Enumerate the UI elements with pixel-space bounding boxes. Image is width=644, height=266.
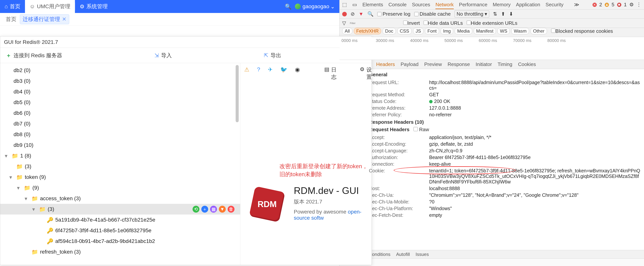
detail-tab[interactable]: Preview xyxy=(424,62,442,67)
devtools-tab[interactable]: Performance xyxy=(459,2,488,8)
error-badge[interactable]: ✕ xyxy=(592,3,597,7)
rdm-tree[interactable]: db2 (0)db3 (0)db4 (0)db5 (0)db6 (0)db7 (… xyxy=(0,63,240,265)
record-button[interactable] xyxy=(342,12,347,16)
inspect-icon[interactable]: ⬚ xyxy=(342,2,347,8)
tree-row[interactable]: ▾📁access_token (3) xyxy=(0,193,240,204)
type-pill[interactable]: Manifest xyxy=(474,28,496,34)
tree-row[interactable]: ▾📁token (9) xyxy=(0,172,240,182)
throttling-select[interactable]: No throttling ▾ xyxy=(454,10,489,18)
tree-row[interactable]: db2 (0) xyxy=(0,65,240,76)
tree-row[interactable]: db6 (0) xyxy=(0,108,240,118)
tree-row[interactable]: db4 (0) xyxy=(0,86,240,97)
settings-button[interactable]: ⚙设置 xyxy=(360,66,374,81)
search-icon[interactable]: 🔍 xyxy=(285,4,292,10)
tree-row[interactable]: ▾📁(3)⟲＋▦▼🗑 xyxy=(0,204,240,214)
nav-users[interactable]: ☺UMC用户管理 xyxy=(25,0,75,13)
issue-badge[interactable]: ■ xyxy=(617,3,621,7)
tree-row[interactable]: 🔑6f4725b7-3f9f-4d11-88e5-1e06f832795e xyxy=(0,225,240,236)
tree-row[interactable]: db3 (0) xyxy=(0,76,240,86)
type-pill[interactable]: Wasm xyxy=(511,28,529,34)
tab-chip[interactable]: 迁移通行证管理✕ xyxy=(20,14,69,24)
export-button[interactable]: ⇱导出 xyxy=(264,52,281,59)
delete-icon[interactable]: 🗑 xyxy=(228,206,234,212)
type-pill[interactable]: CSS xyxy=(397,28,412,34)
devtools-tab[interactable]: Sources xyxy=(412,2,430,8)
search-icon[interactable]: 🔍 xyxy=(367,11,374,17)
devtools-tab[interactable]: Console xyxy=(388,2,406,8)
hide-ext-check[interactable]: Hide extension URLs xyxy=(467,20,518,26)
tree-row[interactable]: db8 (0) xyxy=(0,129,240,140)
tree-row[interactable]: db5 (0) xyxy=(0,97,240,108)
type-pill[interactable]: Media xyxy=(455,28,472,34)
timeline[interactable]: 0000 ms30000 ms40000 ms50000 ms60000 ms7… xyxy=(340,37,644,60)
tree-row[interactable]: 🔑5a191db9-4b7e-41a5-b667-cf37cb21e25e xyxy=(0,214,240,225)
more-tabs[interactable]: ≫ xyxy=(574,2,579,8)
reload-icon[interactable]: ⟲ xyxy=(192,206,200,212)
detail-tab[interactable]: Response xyxy=(448,62,470,67)
blocked-check[interactable]: Blocked response cookies xyxy=(551,28,613,34)
twitter-icon[interactable]: 🐦 xyxy=(280,66,287,81)
filter-input[interactable] xyxy=(350,22,400,24)
tree-row[interactable]: db9 (10) xyxy=(0,140,240,150)
download-icon[interactable]: ⬇ xyxy=(509,11,513,17)
funnel-icon[interactable]: ▽ xyxy=(342,20,346,26)
devtools-tab[interactable]: Elements xyxy=(362,2,383,8)
drawer-tab[interactable]: Issues xyxy=(416,252,429,257)
device-icon[interactable]: ▭ xyxy=(352,2,357,8)
disable-cache-check[interactable]: Disable cache xyxy=(414,11,451,17)
log-button[interactable]: ▤日志 xyxy=(324,66,338,81)
response-headers-section[interactable]: Response Headers (10) xyxy=(365,119,641,125)
filter-toggle-icon[interactable]: ▼ xyxy=(358,11,364,17)
raw-checkbox[interactable] xyxy=(414,127,418,131)
warning-icon[interactable]: ⚠ xyxy=(244,66,249,81)
clear-button[interactable]: ⊘ xyxy=(350,11,355,17)
detail-tab[interactable]: Timing xyxy=(498,62,512,67)
close-icon[interactable]: ✕ xyxy=(62,16,66,22)
devtools-tab[interactable]: Security xyxy=(546,2,564,8)
type-pill[interactable]: All xyxy=(342,28,352,34)
breadcrumb[interactable]: 首页 xyxy=(6,16,16,23)
detail-tab[interactable]: Initiator xyxy=(476,62,492,67)
devtools-tab[interactable]: Network xyxy=(436,2,454,9)
help-icon[interactable]: ? xyxy=(257,66,260,81)
type-pill[interactable]: WS xyxy=(498,28,510,34)
import-button[interactable]: ⇲导入 xyxy=(154,52,172,59)
invert-check[interactable]: Invert xyxy=(403,20,420,26)
github-icon[interactable]: ◉ xyxy=(295,66,300,81)
tree-row[interactable]: 🔑af594c18-0b91-4bc7-ad2b-9bd421abc1b2 xyxy=(0,236,240,246)
add-icon[interactable]: ＋ xyxy=(201,206,208,212)
preserve-log-check[interactable]: Preserve log xyxy=(377,11,410,17)
warning-badge[interactable]: ▲ xyxy=(605,3,609,7)
detail-tab[interactable]: Cookies xyxy=(518,62,536,67)
type-pill[interactable]: Img xyxy=(440,28,453,34)
type-pill[interactable]: Fetch/XHR xyxy=(354,28,381,34)
scrollbar[interactable] xyxy=(236,65,239,122)
tree-row[interactable]: 📁(3) xyxy=(0,161,240,172)
type-pill[interactable]: Doc xyxy=(383,28,396,34)
tree-row[interactable]: ▾📁(9) xyxy=(0,182,240,193)
hide-data-check[interactable]: Hide data URLs xyxy=(424,20,463,26)
type-pill[interactable]: Font xyxy=(425,28,439,34)
connect-button[interactable]: ＋连接到 Redis 服务器 xyxy=(6,52,62,59)
devtools-menu-icon[interactable]: ⋮ xyxy=(636,2,641,8)
detail-tab[interactable]: Headers xyxy=(376,62,395,67)
upload-icon[interactable]: ⬆ xyxy=(501,11,505,17)
filter-icon[interactable]: ▦ xyxy=(210,206,217,212)
request-headers-section[interactable]: Request Headers Raw xyxy=(365,126,641,132)
telegram-icon[interactable]: ✈ xyxy=(268,66,272,81)
devtools-settings-icon[interactable]: ⚙ xyxy=(629,2,634,8)
type-pill[interactable]: Other xyxy=(530,28,547,34)
headers-panel[interactable]: General Request URL:http://localhost:888… xyxy=(362,69,644,250)
drawer-tab[interactable]: Autofill xyxy=(396,252,410,257)
avatar[interactable] xyxy=(295,4,301,9)
tree-row[interactable]: 📁refresh_token (3) xyxy=(0,246,240,257)
devtools-tab[interactable]: Application xyxy=(516,2,540,8)
type-pill[interactable]: JS xyxy=(413,28,424,34)
nav-system[interactable]: ⚙系统管理 xyxy=(75,0,112,13)
tree-row[interactable]: ▾📁1 (8) xyxy=(0,150,240,161)
wifi-icon[interactable]: ⇅ xyxy=(493,11,497,17)
tree-row[interactable]: db7 (0) xyxy=(0,118,240,129)
sort-icon[interactable]: ▼ xyxy=(219,206,226,212)
user-menu[interactable]: gaogaogao⌄ xyxy=(302,4,335,10)
general-section[interactable]: General xyxy=(365,72,641,78)
